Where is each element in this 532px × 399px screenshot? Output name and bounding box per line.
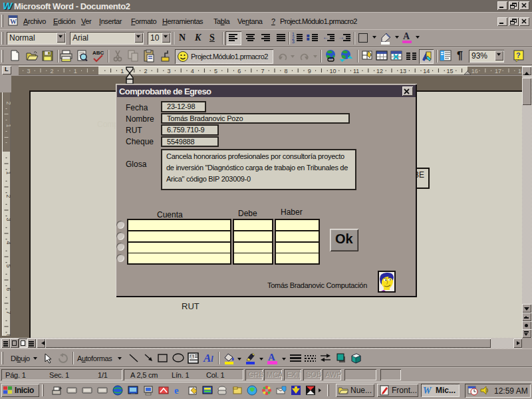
svg-text:12: 12 [376, 68, 383, 74]
svg-text:4: 4 [191, 68, 194, 74]
svg-text:7: 7 [5, 311, 11, 314]
svg-text:13: 13 [400, 68, 406, 74]
svg-text:8: 8 [5, 334, 11, 336]
svg-text:5: 5 [214, 68, 217, 74]
svg-text:3: 3 [5, 217, 11, 221]
svg-text:A: A [190, 354, 194, 359]
svg-text:10: 10 [329, 68, 336, 74]
svg-text:9: 9 [308, 68, 311, 74]
svg-text:6: 6 [237, 68, 241, 74]
svg-text:2: 2 [51, 68, 54, 74]
svg-text:5: 5 [5, 264, 11, 267]
svg-text:7: 7 [261, 68, 264, 74]
svg-text:6: 6 [5, 287, 11, 291]
svg-text:2: 2 [5, 101, 11, 104]
svg-text:1: 1 [74, 68, 77, 74]
svg-text:?: ? [516, 51, 521, 59]
svg-text:W: W [10, 18, 17, 25]
svg-text:e: e [174, 385, 179, 396]
svg-text:W: W [423, 386, 432, 396]
svg-text:1: 1 [5, 171, 11, 174]
svg-text:8: 8 [285, 68, 288, 74]
svg-text:17: 17 [495, 68, 501, 74]
svg-text:1: 1 [120, 68, 124, 74]
svg-text:14: 14 [423, 68, 430, 74]
svg-text:3: 3 [168, 68, 171, 74]
svg-text:2: 2 [5, 194, 11, 198]
svg-text:1: 1 [5, 124, 11, 127]
svg-text:15: 15 [446, 68, 453, 74]
svg-text:ABC: ABC [92, 50, 104, 56]
svg-text:3: 3 [27, 68, 30, 74]
svg-text:2: 2 [144, 68, 147, 74]
svg-text:11: 11 [353, 68, 359, 74]
svg-text:16: 16 [471, 68, 478, 74]
svg-text:4: 4 [5, 241, 11, 244]
